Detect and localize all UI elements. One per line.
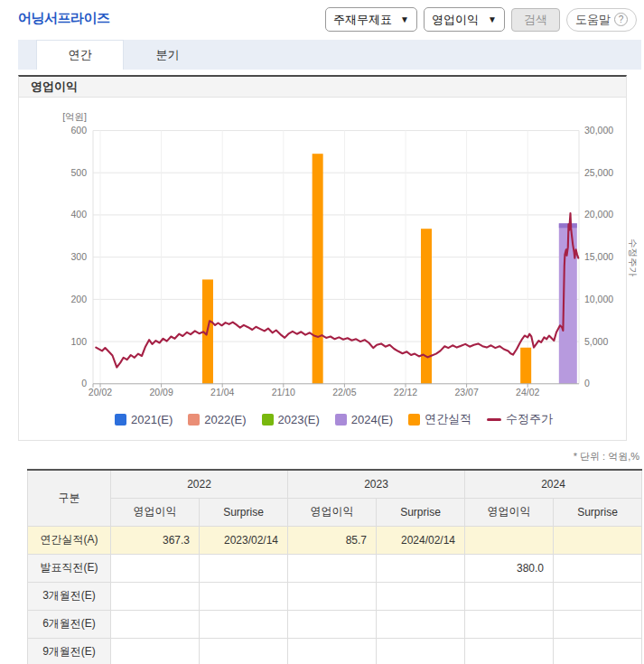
chevron-down-icon: ▼ <box>400 14 409 24</box>
tab-annual[interactable]: 연간 <box>36 40 124 70</box>
statement-type-value: 주재무제표 <box>333 12 392 28</box>
right-axis-tick-label: 5,000 <box>584 336 608 347</box>
value-cell <box>288 582 377 610</box>
legend-label: 연간실적 <box>425 411 471 427</box>
left-axis-tick-label: 500 <box>70 167 87 178</box>
value-cell <box>554 610 642 638</box>
metric-header-cell: 영업이익 <box>465 498 554 526</box>
value-cell <box>465 610 554 638</box>
section-header: 영업이익 <box>19 77 626 98</box>
right-axis-tick-label: 30,000 <box>584 125 613 136</box>
right-axis-tick-label: 20,000 <box>584 209 613 220</box>
metric-header-cell: Surprise <box>200 498 288 526</box>
value-cell <box>288 554 377 582</box>
legend-box-swatch <box>262 414 274 426</box>
right-axis-tick-label: 0 <box>584 378 590 388</box>
value-cell <box>554 554 642 582</box>
value-cell: 367.3 <box>111 526 200 554</box>
metric-header-cell: Surprise <box>377 498 465 526</box>
left-axis-tick-label: 300 <box>70 251 87 262</box>
legend-box-swatch <box>188 414 200 426</box>
earnings-table: 구분202220232024영업이익Surprise영업이익Surprise영업… <box>27 469 642 664</box>
right-axis-tick-label: 10,000 <box>584 294 613 304</box>
value-cell <box>465 526 554 554</box>
legend-item: 2021(E) <box>115 413 173 426</box>
value-cell <box>111 582 200 610</box>
corner-header-cell: 구분 <box>28 470 111 526</box>
value-cell <box>554 526 642 554</box>
price-line <box>96 213 578 368</box>
x-tick-label: 20/09 <box>149 387 173 397</box>
value-cell: 2024/02/14 <box>377 526 465 554</box>
legend-box-swatch <box>408 414 420 426</box>
search-button[interactable]: 검색 <box>511 8 560 32</box>
value-cell <box>111 638 200 664</box>
value-cell <box>554 638 642 664</box>
x-tick-label: 22/05 <box>332 387 356 397</box>
x-tick-label: 22/12 <box>394 387 417 397</box>
section-title: 영업이익 <box>31 79 78 95</box>
legend-item: 2024(E) <box>335 413 393 426</box>
question-mark-icon: ? <box>614 13 628 26</box>
chart-svg: 20/0220/0921/0421/1022/0522/1223/0724/02… <box>42 108 638 407</box>
header-controls: 주재무제표 ▼ 영업이익 ▼ 검색 도움말 ? <box>325 7 637 32</box>
x-tick-label: 24/02 <box>516 387 539 397</box>
value-cell <box>288 610 377 638</box>
value-cell <box>200 638 288 664</box>
year-header-cell: 2022 <box>111 470 288 498</box>
legend-label: 수정주가 <box>506 411 553 427</box>
left-axis-tick-label: 200 <box>70 294 87 304</box>
legend-box-swatch <box>115 414 126 426</box>
value-cell <box>377 610 465 638</box>
metric-header-cell: Surprise <box>554 498 642 526</box>
x-tick-label: 21/04 <box>210 387 234 397</box>
value-cell <box>377 582 465 610</box>
legend-label: 2023(E) <box>278 413 320 426</box>
left-axis-tick-label: 0 <box>81 378 87 388</box>
right-axis-tick-label: 25,000 <box>584 167 613 178</box>
metric-select[interactable]: 영업이익 ▼ <box>424 7 505 32</box>
legend-line-swatch <box>487 418 501 421</box>
table-row: 발표직전(E)380.0 <box>28 554 642 582</box>
value-cell <box>200 554 288 582</box>
year-header-cell: 2024 <box>465 470 642 498</box>
value-cell <box>465 582 554 610</box>
legend-box-swatch <box>335 414 347 426</box>
row-label-cell: 연간실적(A) <box>28 526 111 554</box>
tab-quarterly[interactable]: 분기 <box>124 40 211 70</box>
help-button-label: 도움말 <box>575 12 611 28</box>
value-cell <box>288 638 377 664</box>
table-row: 3개월전(E) <box>28 582 642 610</box>
left-axis-tick-label: 100 <box>70 336 87 347</box>
value-cell: 380.0 <box>465 554 554 582</box>
left-axis-unit-label: [억원] <box>62 111 87 122</box>
legend-item: 2023(E) <box>262 413 320 426</box>
legend-label: 2022(E) <box>204 413 246 426</box>
x-tick-label: 20/02 <box>89 387 112 397</box>
bar-연간실적 <box>313 154 323 384</box>
x-tick-label: 21/10 <box>272 387 295 397</box>
page-title: 어닝서프라이즈 <box>18 10 110 27</box>
top-bar: 어닝서프라이즈 주재무제표 ▼ 영업이익 ▼ 검색 도움말 ? <box>0 0 644 40</box>
row-label-cell: 6개월전(E) <box>28 610 111 638</box>
value-cell <box>377 554 465 582</box>
legend-item: 2022(E) <box>188 413 246 426</box>
legend-label: 2021(E) <box>131 413 173 426</box>
left-axis-tick-label: 400 <box>70 209 87 220</box>
statement-type-select[interactable]: 주재무제표 ▼ <box>325 7 417 32</box>
value-cell <box>554 582 642 610</box>
table-row: 연간실적(A)367.32023/02/1485.72024/02/14 <box>28 526 642 554</box>
metric-header-cell: 영업이익 <box>111 498 200 526</box>
value-cell <box>111 554 200 582</box>
value-cell <box>465 638 554 664</box>
help-button[interactable]: 도움말 ? <box>566 8 637 32</box>
legend-item: 수정주가 <box>487 411 553 427</box>
row-label-cell: 발표직전(E) <box>28 554 111 582</box>
metric-select-value: 영업이익 <box>432 12 479 28</box>
chart-area: 20/0220/0921/0421/1022/0522/1223/0724/02… <box>19 98 626 440</box>
value-cell <box>377 638 465 664</box>
x-tick-label: 23/07 <box>454 387 478 397</box>
value-cell <box>200 610 288 638</box>
legend-item: 연간실적 <box>408 411 471 427</box>
value-cell <box>200 582 288 610</box>
